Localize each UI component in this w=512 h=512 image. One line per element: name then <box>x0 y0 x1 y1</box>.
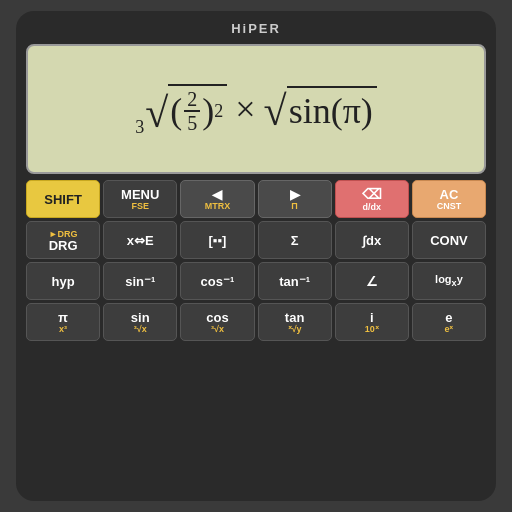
ac-button[interactable]: AC CNST <box>412 180 486 218</box>
button-row-2: ►DRG DRG x⇔E [▪▪] Σ ∫dx CONV <box>26 221 486 259</box>
tan-button[interactable]: tan ˣ√y <box>258 303 332 341</box>
e-button[interactable]: e eˣ <box>412 303 486 341</box>
cos-button[interactable]: cos ³√x <box>180 303 254 341</box>
right-button[interactable]: Π <box>258 180 332 218</box>
app-title: HiPER <box>26 21 486 36</box>
conv-button[interactable]: CONV <box>412 221 486 259</box>
display-expression: 3 √ ( 2 5 ) 2 × √ sin(π) <box>135 84 377 134</box>
buttons-area: SHIFT MENU FSE MTRX Π ⌫ d/dx AC CNST <box>26 180 486 341</box>
shift-button[interactable]: SHIFT <box>26 180 100 218</box>
sqrt-sinpi: √ sin(π) <box>264 86 377 132</box>
cube-root: 3 √ ( 2 5 ) 2 <box>135 84 227 134</box>
integral-button[interactable]: ∫dx <box>335 221 409 259</box>
sin-inv-button[interactable]: sin⁻¹ <box>103 262 177 300</box>
drg-button[interactable]: ►DRG DRG <box>26 221 100 259</box>
tan-inv-button[interactable]: tan⁻¹ <box>258 262 332 300</box>
hyp-button[interactable]: hyp <box>26 262 100 300</box>
angle-button[interactable]: ∠ <box>335 262 409 300</box>
button-row-4: π x³ sin ³√x cos ³√x tan ˣ√y i 10ˣ e eˣ <box>26 303 486 341</box>
button-row-1: SHIFT MENU FSE MTRX Π ⌫ d/dx AC CNST <box>26 180 486 218</box>
display: 3 √ ( 2 5 ) 2 × √ sin(π) <box>26 44 486 174</box>
i-button[interactable]: i 10ˣ <box>335 303 409 341</box>
radical-index: 3 <box>135 117 144 138</box>
button-row-3: hyp sin⁻¹ cos⁻¹ tan⁻¹ ∠ logxy <box>26 262 486 300</box>
pi-button[interactable]: π x³ <box>26 303 100 341</box>
cos-inv-button[interactable]: cos⁻¹ <box>180 262 254 300</box>
sigma-button[interactable]: Σ <box>258 221 332 259</box>
logy-button[interactable]: logxy <box>412 262 486 300</box>
menu-button[interactable]: MENU FSE <box>103 180 177 218</box>
xce-button[interactable]: x⇔E <box>103 221 177 259</box>
delete-button[interactable]: ⌫ d/dx <box>335 180 409 218</box>
sin-button[interactable]: sin ³√x <box>103 303 177 341</box>
calculator: HiPER 3 √ ( 2 5 ) 2 × √ <box>16 11 496 501</box>
left-button[interactable]: MTRX <box>180 180 254 218</box>
matrix-button[interactable]: [▪▪] <box>180 221 254 259</box>
